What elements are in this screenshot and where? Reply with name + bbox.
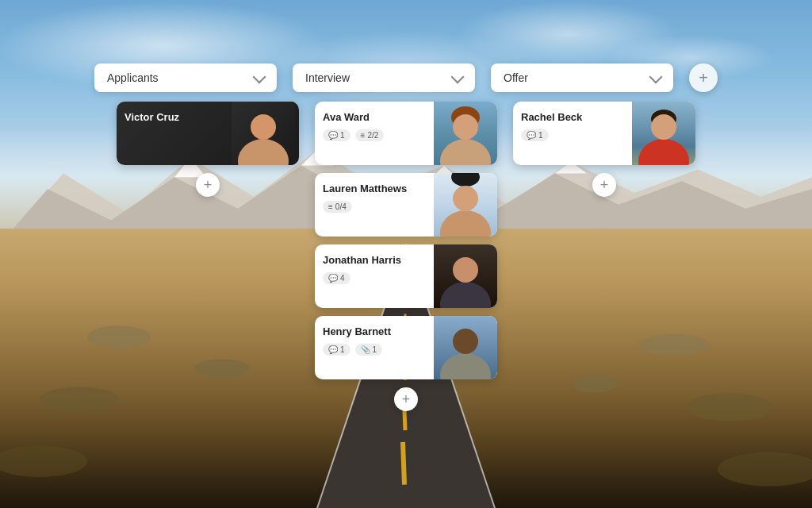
- columns-container: Victor Cruz +Ava Ward💬1≡2/2 Lauren Matth…: [117, 102, 695, 411]
- column-offer: Rachel Beck💬1 +: [513, 102, 695, 197]
- add-card-button-interview[interactable]: +: [394, 387, 418, 411]
- card-badges-rachel-beck: 💬1: [521, 129, 624, 141]
- card-name-jonathan-harris: Jonathan Harris: [323, 254, 426, 266]
- card-photo-jonathan-harris: [434, 244, 497, 308]
- card-name-rachel-beck: Rachel Beck: [521, 111, 624, 123]
- card-name-henry-barnett: Henry Barnett: [323, 325, 426, 337]
- svg-point-25: [440, 139, 491, 165]
- card-name-ava-ward: Ava Ward: [323, 111, 426, 123]
- svg-point-24: [251, 114, 276, 140]
- headers-row: Applicants Interview Offer +: [94, 64, 718, 92]
- card-rachel-beck[interactable]: Rachel Beck💬1: [513, 102, 695, 165]
- badge-ava-ward: ≡2/2: [355, 129, 385, 141]
- card-henry-barnett[interactable]: Henry Barnett💬1📎1: [315, 316, 497, 379]
- page-container: Applicants Interview Offer + Victor Cruz…: [0, 0, 812, 508]
- chevron-down-icon-offer: [649, 70, 663, 83]
- badge-icon: 💬: [328, 131, 338, 140]
- card-badges-henry-barnett: 💬1📎1: [323, 344, 426, 356]
- column-header-label-applicants: Applicants: [107, 71, 159, 84]
- svg-point-23: [238, 139, 289, 165]
- svg-point-28: [440, 210, 491, 237]
- badge-icon: ≡: [361, 131, 366, 140]
- card-photo-henry-barnett: [434, 316, 497, 379]
- badge-value: 2/2: [367, 131, 378, 140]
- badge-icon: 💬: [328, 274, 338, 283]
- svg-point-32: [453, 257, 478, 283]
- card-ava-ward[interactable]: Ava Ward💬1≡2/2: [315, 102, 497, 165]
- svg-point-31: [440, 282, 491, 308]
- svg-point-33: [440, 353, 491, 379]
- add-column-button[interactable]: +: [689, 64, 718, 92]
- badge-value: 1: [340, 131, 345, 140]
- card-photo-victor-cruz: [228, 102, 299, 165]
- card-name-lauren-matthews: Lauren Matthews: [323, 183, 426, 194]
- svg-point-35: [638, 139, 689, 165]
- svg-point-29: [451, 173, 480, 187]
- badge-value: 1: [340, 345, 345, 354]
- chevron-down-icon-applicants: [253, 70, 266, 83]
- card-badges-ava-ward: 💬1≡2/2: [323, 129, 426, 141]
- badge-value: 4: [340, 274, 345, 283]
- badge-icon: ≡: [328, 202, 333, 211]
- chevron-down-icon-interview: [451, 70, 465, 83]
- column-header-offer[interactable]: Offer: [491, 64, 673, 92]
- card-photo-rachel-beck: [632, 102, 695, 165]
- badge-value: 0/4: [335, 202, 347, 211]
- badge-icon: 💬: [328, 345, 338, 354]
- card-photo-lauren-matthews: [434, 173, 497, 237]
- add-card-button-offer[interactable]: +: [592, 173, 616, 197]
- column-header-interview[interactable]: Interview: [293, 64, 475, 92]
- column-header-applicants[interactable]: Applicants: [94, 64, 277, 92]
- add-card-button-applicants[interactable]: +: [196, 173, 220, 197]
- column-header-label-offer: Offer: [504, 71, 528, 84]
- badge-ava-ward: 💬1: [323, 129, 350, 141]
- column-header-label-interview: Interview: [305, 71, 350, 84]
- badge-value: 1: [373, 345, 377, 354]
- badge-henry-barnett: 📎1: [355, 344, 383, 356]
- badge-henry-barnett: 💬1: [323, 344, 350, 356]
- svg-point-27: [453, 114, 478, 140]
- svg-point-30: [453, 186, 478, 211]
- badge-lauren-matthews: ≡0/4: [323, 201, 352, 213]
- card-jonathan-harris[interactable]: Jonathan Harris💬4: [315, 244, 497, 308]
- badge-value: 1: [538, 131, 543, 140]
- card-name-victor-cruz: Victor Cruz: [124, 111, 220, 123]
- badge-jonathan-harris: 💬4: [323, 272, 350, 284]
- card-lauren-matthews[interactable]: Lauren Matthews≡0/4: [315, 173, 497, 237]
- card-photo-ava-ward: [434, 102, 497, 165]
- column-applicants: Victor Cruz +: [117, 102, 299, 197]
- badge-icon: 💬: [527, 131, 536, 140]
- column-interview: Ava Ward💬1≡2/2 Lauren Matthews≡0/4 Jonat…: [315, 102, 497, 411]
- badge-icon: 📎: [361, 345, 370, 354]
- card-victor-cruz[interactable]: Victor Cruz: [117, 102, 299, 165]
- card-badges-jonathan-harris: 💬4: [323, 272, 426, 284]
- badge-rachel-beck: 💬1: [521, 129, 549, 141]
- card-badges-lauren-matthews: ≡0/4: [323, 201, 426, 213]
- svg-point-37: [651, 114, 676, 140]
- svg-point-34: [453, 329, 478, 354]
